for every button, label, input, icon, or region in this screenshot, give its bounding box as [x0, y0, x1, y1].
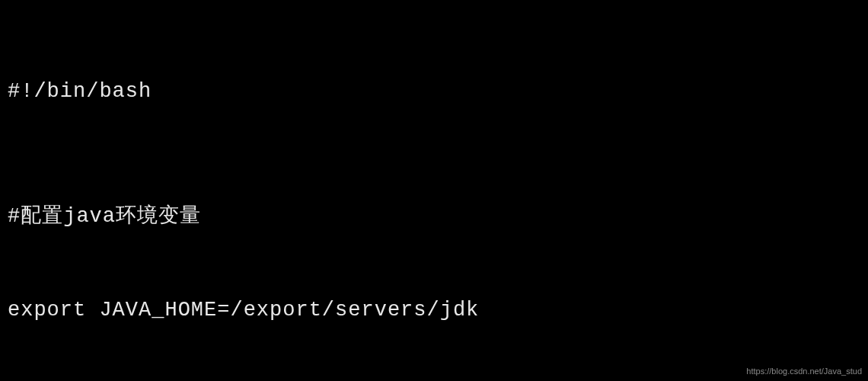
terminal-output: #!/bin/bash #配置java环境变量 export JAVA_HOME… [8, 14, 860, 381]
watermark-text: https://blog.csdn.net/Java_stud [746, 365, 862, 378]
shebang-line: #!/bin/bash [8, 76, 860, 107]
java-home-line: export JAVA_HOME=/export/servers/jdk [8, 295, 860, 326]
java-comment-line: #配置java环境变量 [8, 201, 860, 232]
